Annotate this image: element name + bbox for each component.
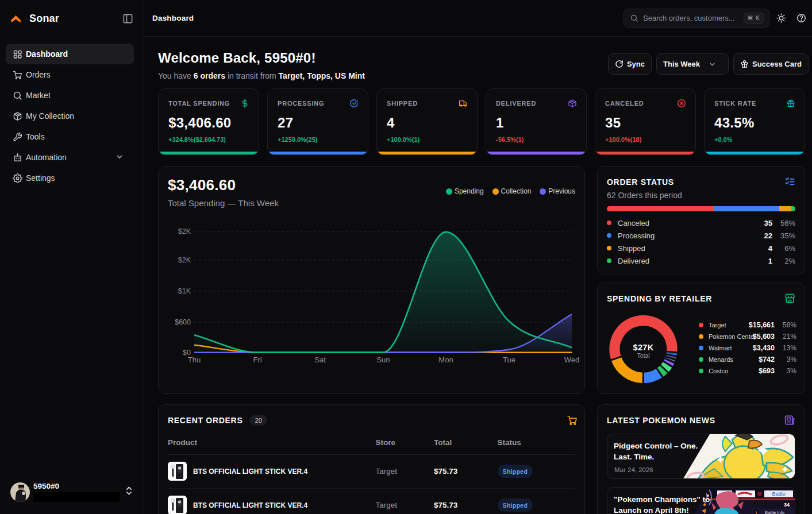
svg-text:$2K: $2K [178,256,191,264]
svg-text:Sat: Sat [314,355,326,364]
svg-text:$27K: $27K [633,343,654,352]
svg-text:Battle Info: Battle Info [765,510,784,514]
svg-text:Fri: Fri [253,355,261,364]
svg-text:Wed: Wed [564,355,580,364]
svg-text:$2K: $2K [178,227,191,235]
svg-text:Total: Total [637,352,649,359]
svg-text:Battle: Battle [772,491,785,497]
svg-text:34: 34 [784,502,790,508]
svg-text:Thu: Thu [188,355,201,364]
svg-text:Sun: Sun [376,355,390,364]
svg-text:Mon: Mon [438,355,453,364]
svg-text:$600: $600 [175,318,191,326]
svg-text:$1K: $1K [178,287,191,295]
svg-text:Tue: Tue [503,355,515,364]
